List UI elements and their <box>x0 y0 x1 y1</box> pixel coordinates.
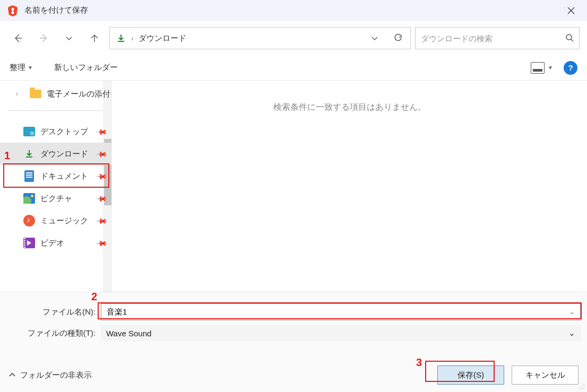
annotation-3: 3 <box>416 356 422 369</box>
pin-icon: 📌 <box>96 237 108 249</box>
address-bar[interactable]: › ダウンロード <box>109 27 411 49</box>
filetype-value: Wave Sound <box>106 329 568 338</box>
sidebar-item-label: ミュージック <box>40 216 88 226</box>
filetype-label: ファイルの種類(T): <box>6 328 97 338</box>
download-icon <box>116 33 126 43</box>
sidebar-item-music[interactable]: ミュージック 📌 <box>0 210 111 232</box>
back-button[interactable] <box>7 28 29 48</box>
sidebar-item-label: ビデオ <box>40 238 64 248</box>
sidebar-item-videos[interactable]: ビデオ 📌 <box>0 232 111 254</box>
music-icon <box>23 215 35 227</box>
breadcrumb-current[interactable]: ダウンロード <box>139 33 186 43</box>
filetype-combo[interactable]: Wave Sound ⌄ <box>101 325 581 341</box>
refresh-button[interactable] <box>389 28 407 49</box>
filename-field[interactable]: ⌄ <box>101 303 581 320</box>
chevron-right-icon: › <box>131 34 133 42</box>
video-icon <box>23 237 35 249</box>
svg-point-1 <box>583 384 584 385</box>
nav-bar: › ダウンロード <box>0 21 587 55</box>
sidebar-item-label: デスクトップ <box>40 127 88 137</box>
document-icon <box>23 170 35 182</box>
tree-item-label: 電子メールの添付 <box>47 89 110 99</box>
sidebar-item-downloads[interactable]: ダウンロード 📌 <box>0 143 111 165</box>
annotation-1: 1 <box>4 150 10 162</box>
chevron-down-icon: ▼ <box>28 65 33 71</box>
sidebar-item-documents[interactable]: ドキュメント 📌 <box>0 165 111 187</box>
save-button[interactable]: 保存(S) <box>437 365 504 385</box>
file-list-area: 検索条件に一致する項目はありません。 <box>111 81 587 292</box>
desktop-icon <box>23 126 35 137</box>
help-button[interactable]: ? <box>564 61 577 75</box>
sidebar-item-label: ダウンロード <box>40 149 88 159</box>
new-folder-label: 新しいフォルダー <box>54 63 118 73</box>
svg-point-2 <box>581 386 582 387</box>
toolbar: 整理 ▼ 新しいフォルダー ▼ ? <box>0 55 587 81</box>
cancel-button-label: キャンセル <box>525 370 565 380</box>
view-menu[interactable]: ▼ <box>531 62 553 74</box>
download-icon <box>23 148 35 160</box>
sidebar: › 電子メールの添付 デスクトップ 📌 ダウンロード 📌 ドキュメント 📌 ピク… <box>0 81 111 292</box>
view-icon <box>531 62 545 74</box>
chevron-down-icon: ⌄ <box>568 328 575 338</box>
sidebar-item-pictures[interactable]: ピクチャ 📌 <box>0 187 111 210</box>
save-button-label: 保存(S) <box>457 370 484 380</box>
filename-label: ファイル名(N): <box>6 307 97 317</box>
annotation-2: 2 <box>91 291 97 303</box>
svg-point-0 <box>566 34 572 40</box>
sidebar-item-desktop[interactable]: デスクトップ 📌 <box>0 120 111 143</box>
svg-point-6 <box>583 388 584 389</box>
organize-label: 整理 <box>10 63 25 73</box>
resize-grip-icon[interactable] <box>578 383 585 390</box>
chevron-right-icon: › <box>16 90 18 98</box>
up-button[interactable] <box>84 28 105 48</box>
brave-icon <box>6 4 19 17</box>
hide-folders-label: フォルダーの非表示 <box>20 370 92 380</box>
forward-button[interactable] <box>33 28 54 48</box>
organize-menu[interactable]: 整理 ▼ <box>10 63 33 73</box>
svg-point-3 <box>583 386 584 387</box>
pin-icon: 📌 <box>96 170 108 182</box>
folder-icon <box>30 88 41 100</box>
tree-item-email[interactable]: › 電子メールの添付 <box>0 83 111 105</box>
chevron-up-icon <box>8 371 16 379</box>
recent-dropdown[interactable] <box>58 28 80 48</box>
pin-icon: 📌 <box>96 192 108 204</box>
search-box[interactable] <box>415 27 580 49</box>
search-input[interactable] <box>421 34 565 43</box>
hide-folders-toggle[interactable]: フォルダーの非表示 <box>8 370 92 380</box>
pictures-icon <box>23 193 35 204</box>
svg-point-5 <box>581 388 582 389</box>
search-icon <box>565 33 574 43</box>
chevron-down-icon: ▼ <box>548 65 553 71</box>
pin-icon: 📌 <box>96 214 108 227</box>
empty-message: 検索条件に一致する項目はありません。 <box>112 102 587 113</box>
sidebar-item-label: ドキュメント <box>40 171 88 181</box>
pin-icon: 📌 <box>96 125 108 137</box>
sidebar-item-label: ピクチャ <box>40 194 72 204</box>
svg-point-4 <box>579 388 580 389</box>
window-title: 名前を付けて保存 <box>24 5 559 15</box>
divider <box>7 110 104 111</box>
title-bar: 名前を付けて保存 <box>0 0 587 21</box>
new-folder-button[interactable]: 新しいフォルダー <box>54 63 118 73</box>
cancel-button[interactable]: キャンセル <box>512 365 579 385</box>
pin-icon: 📌 <box>96 147 108 160</box>
path-dropdown[interactable] <box>366 28 384 49</box>
close-button[interactable] <box>559 1 583 21</box>
bottom-panel: ファイル名(N): ⌄ ファイルの種類(T): Wave Sound ⌄ フォル… <box>0 292 587 392</box>
filename-input[interactable] <box>107 308 569 317</box>
chevron-down-icon[interactable]: ⌄ <box>569 308 575 316</box>
